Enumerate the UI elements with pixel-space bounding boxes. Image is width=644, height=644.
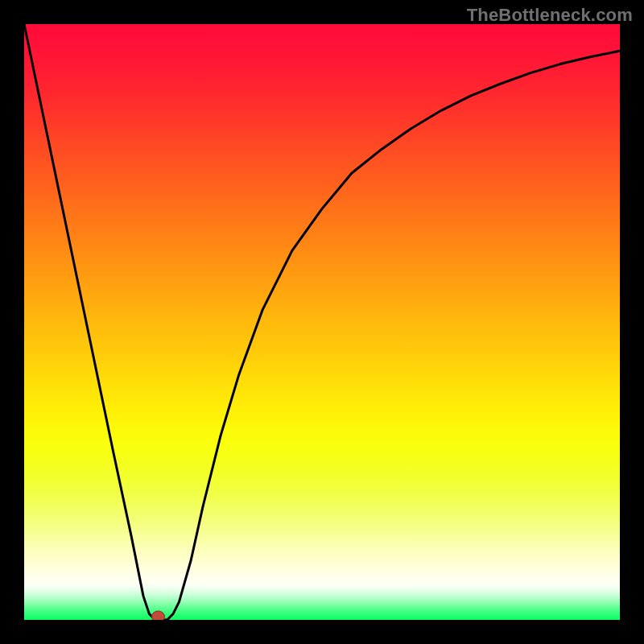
chart-frame xyxy=(24,24,620,620)
plot-background xyxy=(24,24,620,620)
bottleneck-curve-chart xyxy=(24,24,620,620)
optimal-point-marker xyxy=(152,611,165,620)
watermark-text: TheBottleneck.com xyxy=(467,5,633,26)
